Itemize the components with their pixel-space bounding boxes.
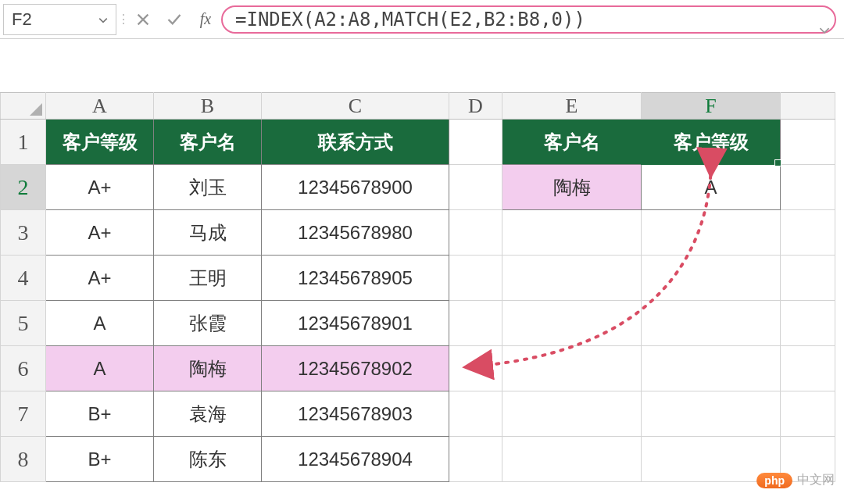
cell-B4[interactable]: 王明 — [154, 256, 262, 301]
row-4: 4 A+ 王明 12345678905 — [1, 256, 835, 301]
cell-F4[interactable] — [642, 256, 781, 301]
watermark-text: 中文网 — [797, 472, 835, 488]
cell-B1[interactable]: 客户名 — [154, 120, 262, 165]
cell-G6[interactable] — [781, 346, 835, 391]
cell-C2[interactable]: 12345678900 — [262, 165, 449, 210]
col-header-A[interactable]: A — [46, 93, 154, 120]
grid-table: A B C D E F 1 客户等级 客户名 联系方式 客户名 客户等级 2 A… — [0, 92, 835, 482]
php-badge-icon: php — [756, 473, 792, 488]
cell-G5[interactable] — [781, 301, 835, 346]
cell-A8[interactable]: B+ — [46, 437, 154, 482]
row-3: 3 A+ 马成 12345678980 — [1, 210, 835, 256]
cell-G7[interactable] — [781, 391, 835, 437]
col-header-D[interactable]: D — [449, 93, 502, 120]
cell-E8[interactable] — [502, 437, 642, 482]
cell-C1[interactable]: 联系方式 — [262, 120, 449, 165]
fx-icon: fx — [200, 10, 211, 28]
row-header-6[interactable]: 6 — [1, 346, 46, 391]
row-5: 5 A 张霞 12345678901 — [1, 301, 835, 346]
accept-formula-button[interactable] — [159, 4, 190, 35]
cell-F3[interactable] — [642, 210, 781, 256]
cell-D7[interactable] — [449, 391, 502, 437]
col-header-B[interactable]: B — [154, 93, 262, 120]
cell-B8[interactable]: 陈东 — [154, 437, 262, 482]
cell-D3[interactable] — [449, 210, 502, 256]
cell-C7[interactable]: 12345678903 — [262, 391, 449, 437]
cell-D8[interactable] — [449, 437, 502, 482]
cell-F1[interactable]: 客户等级 — [642, 120, 781, 165]
col-header-E[interactable]: E — [502, 93, 642, 120]
cell-G2[interactable] — [781, 165, 835, 210]
cell-A6[interactable]: A — [46, 346, 154, 391]
cancel-formula-button[interactable] — [127, 4, 159, 35]
cell-E4[interactable] — [502, 256, 642, 301]
watermark: php 中文网 — [756, 472, 835, 488]
cell-E2[interactable]: 陶梅 — [502, 165, 642, 210]
cell-B5[interactable]: 张霞 — [154, 301, 262, 346]
row-header-8[interactable]: 8 — [1, 437, 46, 482]
cell-E1[interactable]: 客户名 — [502, 120, 642, 165]
row-2: 2 A+ 刘玉 12345678900 陶梅 A — [1, 165, 835, 210]
cell-A5[interactable]: A — [46, 301, 154, 346]
col-header-C[interactable]: C — [262, 93, 449, 120]
cell-E6[interactable] — [502, 346, 642, 391]
row-header-1[interactable]: 1 — [1, 120, 46, 165]
row-header-4[interactable]: 4 — [1, 256, 46, 301]
row-6: 6 A 陶梅 12345678902 — [1, 346, 835, 391]
cell-B6[interactable]: 陶梅 — [154, 346, 262, 391]
row-1: 1 客户等级 客户名 联系方式 客户名 客户等级 — [1, 120, 835, 165]
row-8: 8 B+ 陈东 12345678904 — [1, 437, 835, 482]
col-header-blank[interactable] — [781, 93, 835, 120]
cell-D1[interactable] — [449, 120, 502, 165]
cell-C3[interactable]: 12345678980 — [262, 210, 449, 256]
chevron-down-icon[interactable] — [98, 9, 108, 30]
cell-D2[interactable] — [449, 165, 502, 210]
expand-formula-bar-icon[interactable] — [819, 26, 830, 37]
cell-A1[interactable]: 客户等级 — [46, 120, 154, 165]
cell-C4[interactable]: 12345678905 — [262, 256, 449, 301]
cell-G3[interactable] — [781, 210, 835, 256]
cell-E3[interactable] — [502, 210, 642, 256]
cell-E7[interactable] — [502, 391, 642, 437]
cell-C5[interactable]: 12345678901 — [262, 301, 449, 346]
cell-C8[interactable]: 12345678904 — [262, 437, 449, 482]
row-header-7[interactable]: 7 — [1, 391, 46, 437]
cell-F2[interactable]: A — [642, 165, 781, 210]
cell-F5[interactable] — [642, 301, 781, 346]
cell-A4[interactable]: A+ — [46, 256, 154, 301]
column-header-row: A B C D E F — [1, 93, 835, 120]
select-all-corner[interactable] — [1, 93, 46, 120]
cell-D4[interactable] — [449, 256, 502, 301]
cell-B2[interactable]: 刘玉 — [154, 165, 262, 210]
insert-function-button[interactable]: fx — [190, 4, 221, 35]
col-header-F[interactable]: F — [642, 93, 781, 120]
cell-A7[interactable]: B+ — [46, 391, 154, 437]
cell-D6[interactable] — [449, 346, 502, 391]
cell-E5[interactable] — [502, 301, 642, 346]
cell-G4[interactable] — [781, 256, 835, 301]
cell-D5[interactable] — [449, 301, 502, 346]
cell-F7[interactable] — [642, 391, 781, 437]
cell-C6[interactable]: 12345678902 — [262, 346, 449, 391]
formula-text: =INDEX(A2:A8,MATCH(E2,B2:B8,0)) — [235, 9, 585, 30]
cell-B7[interactable]: 袁海 — [154, 391, 262, 437]
formula-bar: F2 ⋮ fx =INDEX(A2:A8,MATCH(E2,B2:B8,0)) — [0, 0, 844, 39]
row-header-5[interactable]: 5 — [1, 301, 46, 346]
cell-A2[interactable]: A+ — [46, 165, 154, 210]
cell-A3[interactable]: A+ — [46, 210, 154, 256]
worksheet[interactable]: A B C D E F 1 客户等级 客户名 联系方式 客户名 客户等级 2 A… — [0, 92, 844, 482]
row-7: 7 B+ 袁海 12345678903 — [1, 391, 835, 437]
cell-G1[interactable] — [781, 120, 835, 165]
cell-F6[interactable] — [642, 346, 781, 391]
row-header-2[interactable]: 2 — [1, 165, 46, 210]
cell-B3[interactable]: 马成 — [154, 210, 262, 256]
formula-input[interactable]: =INDEX(A2:A8,MATCH(E2,B2:B8,0)) — [221, 5, 836, 34]
row-header-3[interactable]: 3 — [1, 210, 46, 256]
name-box-value: F2 — [12, 9, 32, 30]
name-box[interactable]: F2 — [3, 4, 116, 35]
drag-handle-icon[interactable]: ⋮ — [120, 12, 127, 27]
